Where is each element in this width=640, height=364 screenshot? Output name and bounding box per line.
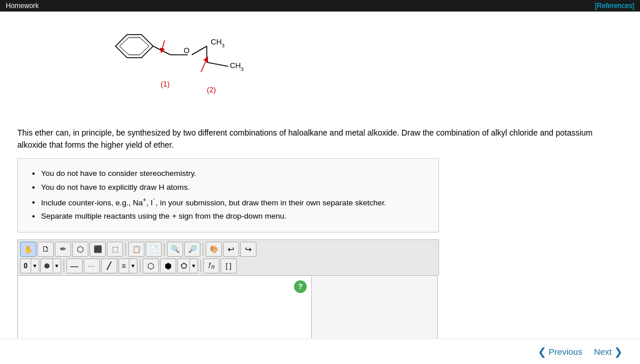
zoom-out-tool[interactable]: 🔍	[184, 242, 200, 257]
prev-arrow-icon: ❮	[538, 346, 546, 358]
previous-button[interactable]: ❮ Previous	[532, 342, 588, 362]
select-box-tool[interactable]: ⬛	[90, 242, 106, 257]
molecule-svg: O CH3 CH3 (1) (2)	[64, 23, 248, 115]
bottom-nav: ❮ Previous Next ❯	[0, 339, 640, 364]
instructions-box: You do not have to consider stereochemis…	[17, 158, 439, 232]
svg-text:(1): (1)	[161, 80, 170, 88]
toolbar-separator-1	[125, 243, 126, 256]
bond-multi-icon: ≡	[119, 259, 129, 273]
undo-tool[interactable]	[223, 242, 239, 257]
bond-order-arrow: ▼	[31, 259, 39, 273]
charge-dropdown[interactable]: ⊕ ▼	[40, 258, 61, 273]
bond-wedge-tool[interactable]: ╱	[101, 258, 117, 273]
molecule-area: O CH3 CH3 (1) (2)	[64, 23, 623, 121]
svg-line-9	[207, 62, 228, 66]
next-arrow-icon: ❯	[614, 346, 623, 358]
bracket-tool[interactable]: [ ]	[221, 258, 237, 273]
toolbar-separator-2	[164, 243, 165, 256]
svg-text:CH3: CH3	[230, 61, 244, 72]
charge-arrow: ▼	[53, 259, 61, 273]
copy-tool[interactable]: 📄	[146, 242, 162, 257]
instruction-item: You do not have to consider stereochemis…	[41, 167, 427, 181]
svg-marker-0	[116, 35, 153, 58]
references-link[interactable]: [References]	[595, 2, 634, 10]
charge-value: ⊕	[41, 259, 53, 273]
instruction-item: Separate multiple reactants using the + …	[41, 209, 427, 223]
toolbar-row2: 0 ▼ ⊕ ▼ — ··· ╱ ≡ ▼ ⬡ ⬢	[20, 258, 436, 273]
main-content: O CH3 CH3 (1) (2) This ether can, in pri…	[0, 12, 640, 364]
lasso-tool[interactable]: ⬚	[107, 242, 123, 257]
hand-tool[interactable]	[20, 242, 36, 257]
toolbar-separator-5	[140, 260, 140, 272]
top-bar: Homework [References]	[0, 0, 640, 12]
svg-text:CH3: CH3	[211, 37, 225, 48]
instruction-item: You do not have to explicitly draw H ato…	[41, 181, 427, 194]
bond-dashed-tool[interactable]: ···	[84, 258, 100, 273]
instruction-item: Include counter-ions, e.g., Na+, I⁻, in …	[41, 195, 427, 210]
svg-text:O: O	[184, 46, 189, 55]
paste-tool[interactable]: 📋	[128, 242, 144, 257]
color-tool[interactable]: 🎨	[206, 242, 222, 257]
bond-multi-arrow: ▼	[129, 259, 137, 273]
toolbar-separator-3	[203, 243, 203, 256]
toolbar-separator-6	[200, 260, 201, 272]
ring-tool[interactable]: ⬡	[72, 242, 88, 257]
eraser-tool[interactable]: ✏	[55, 242, 71, 257]
svg-marker-1	[120, 37, 149, 55]
svg-text:(2): (2)	[207, 85, 216, 94]
hexagon-tool[interactable]: ⬡	[143, 258, 159, 273]
bond-order-dropdown[interactable]: 0 ▼	[20, 258, 39, 273]
polygon-dropdown[interactable]: ⬠ ▼	[177, 258, 198, 273]
toolbar: 🗋 ✏ ⬡ ⬛ ⬚ 📋 📄 🔍 🔍 🎨 0	[17, 239, 439, 275]
svg-line-11	[201, 59, 207, 72]
hexagon-aromatic-tool[interactable]: ⬢	[160, 258, 176, 273]
instructions-list: You do not have to consider stereochemis…	[29, 167, 427, 224]
next-button[interactable]: Next ❯	[588, 342, 628, 362]
bond-order-value: 0	[21, 259, 31, 273]
svg-line-6	[192, 46, 207, 55]
polygon-arrow: ▼	[189, 259, 198, 273]
problem-text: This ether can, in principle, be synthes…	[17, 127, 623, 151]
help-button[interactable]: ?	[294, 280, 307, 293]
document-tool[interactable]: 🗋	[38, 242, 54, 257]
redo-tool[interactable]	[240, 242, 256, 257]
zoom-in-tool[interactable]: 🔍	[167, 242, 183, 257]
svg-line-3	[162, 40, 165, 51]
bond-multi-dropdown[interactable]: ≡ ▼	[118, 258, 137, 273]
toolbar-row1: 🗋 ✏ ⬡ ⬛ ⬚ 📋 📄 🔍 🔍 🎨	[20, 242, 436, 257]
bond-single-tool[interactable]: —	[66, 258, 83, 273]
functional-group-tool[interactable]: ƒn	[203, 258, 219, 273]
app-name: Homework	[6, 2, 39, 10]
previous-label: Previous	[549, 347, 582, 357]
next-label: Next	[594, 347, 612, 357]
toolbar-separator-4	[64, 260, 64, 272]
polygon-icon: ⬠	[178, 259, 189, 273]
